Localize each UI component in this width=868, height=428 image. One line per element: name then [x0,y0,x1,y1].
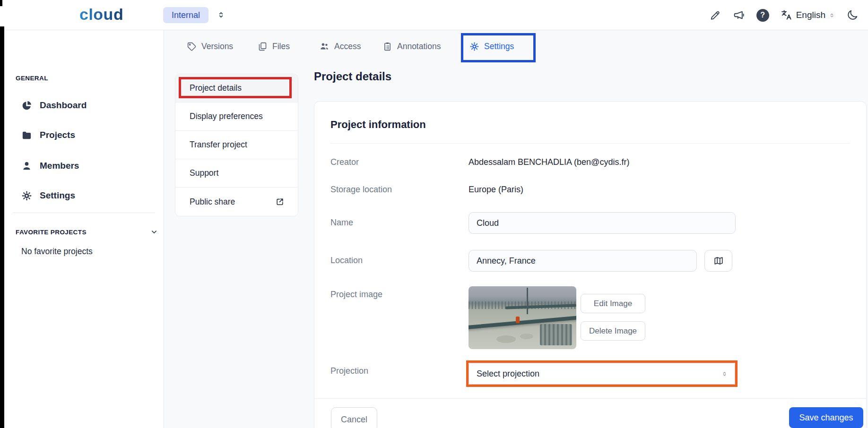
project-image-thumbnail [469,286,576,349]
section-title: Project information [330,119,426,131]
person-icon [21,161,32,171]
pencil-icon[interactable] [709,9,721,21]
subnav-item-support[interactable]: Support [175,159,298,188]
edit-image-button[interactable]: Edit Image [581,294,645,313]
moon-icon[interactable] [846,9,859,21]
app-logo: cloud [79,5,123,24]
tag-icon [187,42,197,51]
clipboard-icon [382,42,392,51]
annotation-box-blue [461,33,536,62]
sidebar-item-label: Projects [40,130,75,140]
sidebar-item-label: Members [40,161,79,171]
folder-icon [21,130,32,141]
window-edge-strip [0,26,4,428]
storage-location-label: Storage location [330,185,392,195]
subnav-item-display-preferences[interactable]: Display preferences [175,103,298,131]
sidebar-item-label: Settings [40,190,75,201]
subnav-item-public-share[interactable]: Public share [175,188,298,216]
map-button[interactable] [704,250,732,272]
project-image-label: Project image [330,290,382,300]
tab-annotations[interactable]: Annotations [382,40,441,53]
thumbnail-pole [527,288,528,314]
sidebar-divider [13,213,155,213]
sidebar-item-settings[interactable]: Settings [4,187,164,205]
project-information-card: Project information Creator Abdessalam B… [314,101,867,428]
section-divider [330,143,850,144]
page-title: Project details [314,70,391,83]
workspace-badge[interactable]: Internal [163,7,208,23]
tab-label: Versions [201,42,233,51]
sidebar-item-members[interactable]: Members [4,157,164,175]
delete-image-button[interactable]: Delete Image [581,321,645,341]
workspace-selector-icon[interactable] [217,10,226,19]
top-header: cloud Internal ? English [0,0,868,30]
annotation-box-orange [466,360,738,387]
help-icon[interactable]: ? [756,9,769,22]
location-field[interactable] [469,250,697,272]
footer-divider [314,398,866,399]
annotation-box-red [179,77,292,98]
people-icon [319,41,330,51]
tab-access[interactable]: Access [319,40,361,53]
name-field[interactable] [469,212,736,234]
favorites-empty-text: No favorite projects [21,247,93,257]
location-label: Location [330,256,363,265]
subnav-label: Support [190,168,218,178]
sidebar-item-label: Dashboard [40,100,87,111]
sidebar-item-projects[interactable]: Projects [4,126,164,144]
storage-location-value: Europe (Paris) [469,185,523,195]
sidebar-section-general: GENERAL [16,75,48,82]
language-selector-icon [829,12,835,18]
tab-label: Access [334,42,361,51]
tab-label: Files [272,42,290,51]
subnav-label: Display preferences [190,111,263,121]
chevron-down-icon[interactable] [150,228,158,236]
subnav-label: Public share [190,197,235,207]
subnav-label: Transfer project [190,140,247,150]
thumbnail-ground-spot [496,335,516,343]
sidebar-section-favorites: FAVORITE PROJECTS [16,229,87,236]
app-root: cloud Internal ? English [0,0,868,428]
files-icon [258,42,268,51]
window-edge-corner [0,0,2,6]
main-content: Versions Files Access Annotations Settin… [164,30,868,428]
sidebar: GENERAL Dashboard Projects Members Setti… [4,30,164,428]
megaphone-icon[interactable] [732,9,745,22]
language-label: English [796,10,825,20]
subnav-item-transfer-project[interactable]: Transfer project [175,131,298,159]
creator-label: Creator [330,157,359,167]
thumbnail-ground-spot [520,334,533,339]
save-changes-button[interactable]: Save changes [789,407,863,428]
sidebar-item-dashboard[interactable]: Dashboard [4,96,164,114]
pie-chart-icon [21,100,32,111]
thumbnail-valve [516,317,520,323]
help-glyph: ? [760,11,765,19]
map-icon [713,256,724,266]
thumbnail-equipment [540,324,572,345]
tab-files[interactable]: Files [258,40,290,53]
creator-value: Abdessalam BENCHADLIA (ben@cydis.fr) [469,157,629,167]
tab-label: Annotations [397,42,441,51]
tab-versions[interactable]: Versions [187,40,233,53]
external-link-icon [275,197,285,206]
projection-label: Projection [330,366,368,376]
gear-icon [21,190,32,201]
language-menu[interactable]: English [781,9,835,21]
header-actions: ? English [709,0,859,30]
name-label: Name [330,218,353,228]
cancel-button[interactable]: Cancel [331,407,377,428]
translate-icon [781,9,793,21]
